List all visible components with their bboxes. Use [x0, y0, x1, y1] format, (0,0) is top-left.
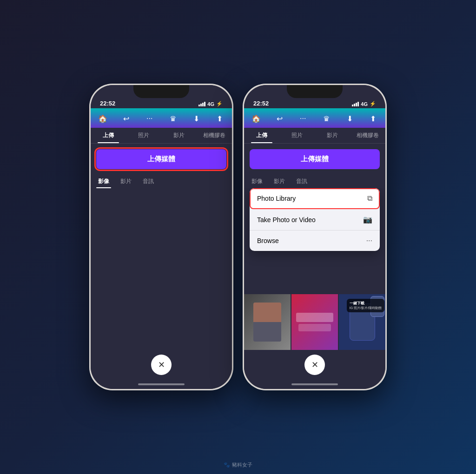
- thumb-area: 一鍵下載 IG 照片/影片/限時動態: [244, 294, 385, 350]
- more-icon-right[interactable]: ···: [297, 112, 310, 125]
- sub-tab-image-left[interactable]: 影像: [96, 175, 111, 188]
- side-badge: 一鍵下載 IG 照片/影片/限時動態: [347, 299, 384, 312]
- main-content-left: [91, 188, 232, 350]
- tabs-bar-right: 上傳 照片 影片 相機膠卷: [244, 128, 385, 144]
- back-icon-left[interactable]: ↩: [119, 112, 132, 125]
- crown-icon-right[interactable]: ♛: [320, 112, 333, 125]
- tab-upload-left[interactable]: 上傳: [91, 128, 126, 143]
- signal-bars-left: [198, 102, 205, 106]
- main-content-right: 一鍵下載 IG 照片/影片/限時動態 Photo Library ⧉ Take …: [244, 188, 385, 350]
- share-icon-right[interactable]: ⬆: [367, 112, 380, 125]
- screen-top-right: 22:52 4G ⚡: [244, 85, 385, 108]
- time-right: 22:52: [253, 100, 269, 107]
- dropdown-take-photo[interactable]: Take Photo or Video 📷: [250, 209, 380, 230]
- notch-right: [287, 85, 343, 98]
- home-indicator-left: [91, 380, 232, 389]
- photo-library-icon: ⧉: [367, 194, 372, 203]
- browse-icon: ···: [366, 237, 372, 245]
- watermark: 🐾 豬科女子: [224, 461, 252, 468]
- phone-left: 22:52 4G ⚡ 🏠 ↩: [89, 84, 233, 390]
- photo-library-label: Photo Library: [257, 195, 296, 202]
- camera-icon: 📷: [363, 215, 372, 224]
- download-icon-right[interactable]: ⬇: [344, 112, 357, 125]
- upload-btn-wrapper-right: 上傳媒體: [244, 144, 385, 175]
- tab-roll-right[interactable]: 相機膠卷: [350, 128, 385, 143]
- phone-right-inner: 22:52 4G ⚡ 🏠 ↩: [244, 85, 385, 389]
- dropdown-photo-library[interactable]: Photo Library ⧉: [250, 188, 380, 209]
- back-icon-right[interactable]: ↩: [273, 112, 286, 125]
- tab-photos-right[interactable]: 照片: [279, 128, 315, 143]
- home-icon-right[interactable]: 🏠: [250, 112, 263, 125]
- thumb-2: [291, 294, 338, 350]
- screen-top-left: 22:52 4G ⚡: [91, 85, 232, 108]
- browse-label: Browse: [257, 237, 279, 244]
- sub-tab-video-right[interactable]: 影片: [272, 175, 287, 188]
- header-icons-left: 🏠 ↩ ··· ♛ ⬇ ⬆: [96, 112, 226, 125]
- sub-tabs-right: 影像 影片 音訊: [244, 175, 385, 188]
- signal-bars-right: [352, 102, 359, 106]
- thumb-3: 一鍵下載 IG 照片/影片/限時動態: [339, 294, 385, 350]
- upload-button-left[interactable]: 上傳媒體: [96, 149, 226, 169]
- status-right-left: 4G ⚡: [198, 101, 223, 107]
- thumb-1: [244, 294, 291, 350]
- tab-photos-left[interactable]: 照片: [126, 128, 161, 143]
- download-icon-left[interactable]: ⬇: [190, 112, 203, 125]
- take-photo-label: Take Photo or Video: [257, 216, 316, 224]
- battery-left: ⚡: [216, 101, 223, 107]
- share-icon-left[interactable]: ⬆: [213, 112, 226, 125]
- notch-left: [133, 85, 189, 98]
- sub-tab-video-left[interactable]: 影片: [119, 175, 133, 188]
- header-icons-right: 🏠 ↩ ··· ♛ ⬇ ⬆: [250, 112, 380, 125]
- phone-right: 22:52 4G ⚡ 🏠 ↩: [243, 84, 387, 390]
- close-button-left[interactable]: ✕: [151, 355, 172, 375]
- app-header-left: 🏠 ↩ ··· ♛ ⬇ ⬆: [91, 108, 232, 128]
- dropdown-menu: Photo Library ⧉ Take Photo or Video 📷 Br…: [250, 188, 380, 251]
- phone-left-inner: 22:52 4G ⚡ 🏠 ↩: [91, 85, 232, 389]
- app-header-right: 🏠 ↩ ··· ♛ ⬇ ⬆: [244, 108, 385, 128]
- home-icon-left[interactable]: 🏠: [96, 112, 109, 125]
- tab-videos-left[interactable]: 影片: [161, 128, 197, 143]
- network-left: 4G: [207, 101, 214, 107]
- home-indicator-right: [244, 380, 385, 389]
- status-right-right: 4G ⚡: [352, 101, 376, 107]
- time-left: 22:52: [100, 100, 115, 107]
- close-btn-wrapper-right: ✕: [244, 350, 385, 380]
- dropdown-browse[interactable]: Browse ···: [250, 230, 380, 251]
- crown-icon-left[interactable]: ♛: [166, 112, 179, 125]
- tab-videos-right[interactable]: 影片: [315, 128, 350, 143]
- more-icon-left[interactable]: ···: [143, 112, 156, 125]
- tab-roll-left[interactable]: 相機膠卷: [197, 128, 232, 143]
- upload-btn-wrapper-left: 上傳媒體: [91, 144, 232, 175]
- close-button-right[interactable]: ✕: [304, 355, 325, 375]
- sub-tabs-left: 影像 影片 音訊: [91, 175, 232, 188]
- close-btn-wrapper-left: ✕: [91, 350, 232, 380]
- page-wrapper: 22:52 4G ⚡ 🏠 ↩: [0, 0, 476, 474]
- tabs-bar-left: 上傳 照片 影片 相機膠卷: [91, 128, 232, 144]
- network-right: 4G: [361, 101, 368, 107]
- sub-tab-image-right[interactable]: 影像: [250, 175, 264, 188]
- upload-button-right[interactable]: 上傳媒體: [250, 149, 380, 169]
- tab-upload-right[interactable]: 上傳: [244, 128, 279, 143]
- battery-right: ⚡: [370, 101, 376, 107]
- sub-tab-audio-left[interactable]: 音訊: [141, 175, 156, 188]
- sub-tab-audio-right[interactable]: 音訊: [294, 175, 309, 188]
